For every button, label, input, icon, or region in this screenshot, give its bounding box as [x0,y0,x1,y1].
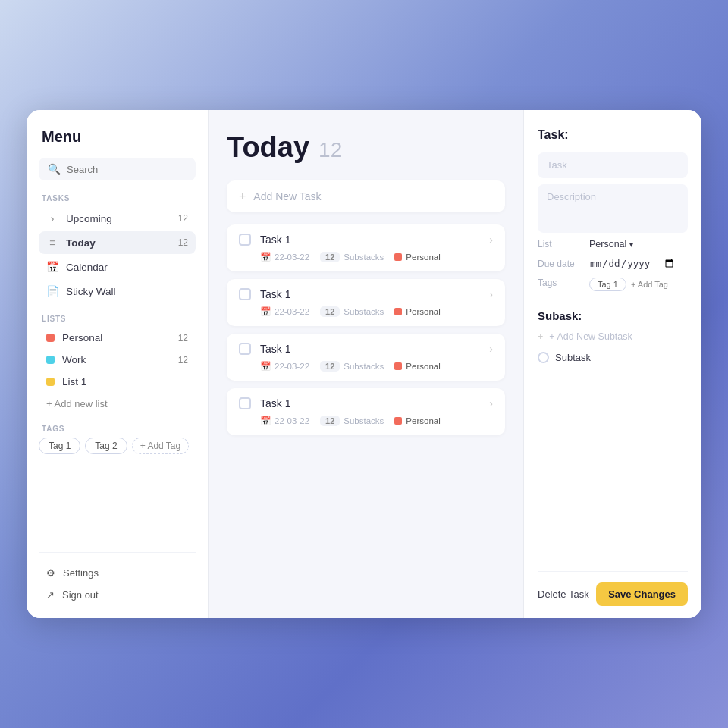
settings-icon: ⚙ [46,567,55,579]
task-list-tag-3: Personal [394,362,440,371]
list-label-personal: Personal [62,332,102,344]
task-list-tag-2: Personal [394,307,440,316]
tag-chip-1[interactable]: Tag 1 [39,438,80,454]
add-task-row[interactable]: + Add New Task [227,180,505,212]
today-count: 12 [178,237,188,248]
list-item-personal[interactable]: Personal 12 [39,328,196,348]
work-count: 12 [178,355,188,366]
panel-add-tag-button[interactable]: + Add Tag [631,280,668,289]
tags-section: TAGS Tag 1 Tag 2 + Add Tag [39,425,196,454]
personal-count: 12 [178,333,188,344]
save-changes-button[interactable]: Save Changes [596,582,688,606]
dropdown-arrow-icon: ▾ [629,240,633,249]
task-substacks-4: 12 Substacks [320,416,384,426]
panel-actions: Delete Task Save Changes [538,571,688,606]
add-subtask-button[interactable]: + + Add New Subtask [538,330,688,344]
sidebar-item-label-sticky: Sticky Wall [66,286,116,297]
add-task-label: Add New Task [253,190,321,202]
sidebar-title: Menu [39,128,196,146]
sidebar-item-label-calendar: Calendar [66,262,108,273]
task-name-1: Task 1 [260,234,480,246]
panel-tags-row: Tag 1 + Add Tag [589,278,668,291]
search-box[interactable]: 🔍 [39,158,196,180]
sidebar-item-today[interactable]: ≡ Today 12 [39,231,196,254]
search-input[interactable] [67,164,187,175]
search-icon: 🔍 [48,163,61,175]
sidebar-item-calendar[interactable]: 📅 Calendar [39,256,196,278]
due-date-input[interactable] [589,257,676,270]
page-title: Today [227,131,309,164]
task-card-2[interactable]: Task 1 › 📅 22-03-22 12 Substacks Persona… [227,279,505,326]
lists-section: LISTS Personal 12 Work 12 List 1 + Add n… [39,315,196,414]
task-card-3[interactable]: Task 1 › 📅 22-03-22 12 Substacks Persona… [227,334,505,381]
signout-label: Sign out [62,589,99,601]
task-description-placeholder: Description [547,191,596,202]
task-name-placeholder: Task [547,159,567,171]
add-list-button[interactable]: + Add new list [39,394,196,414]
today-icon: ≡ [46,237,58,249]
list-meta-label: List [538,239,589,249]
task-name-3: Task 1 [260,343,480,355]
calendar-meta-icon-1: 📅 [260,252,271,262]
task-date-4: 📅 22-03-22 [260,416,309,426]
calendar-meta-icon-4: 📅 [260,416,271,426]
task-list-tag-1: Personal [394,253,440,262]
task-checkbox-2[interactable] [239,288,251,300]
list-item-work[interactable]: Work 12 [39,350,196,370]
task-chevron-icon-4: › [489,397,493,410]
work-dot [46,356,55,364]
upcoming-count: 12 [178,213,188,224]
due-date-meta-row: Due date [538,257,688,270]
lists-section-label: LISTS [39,315,196,323]
sidebar-item-label-upcoming: Upcoming [66,213,112,224]
tags-row: Tag 1 Tag 2 + Add Tag [39,438,196,454]
task-name-field[interactable]: Task [538,152,688,178]
task-date-2: 📅 22-03-22 [260,306,309,317]
task-date-1: 📅 22-03-22 [260,252,309,262]
signout-icon: ↗ [46,589,55,601]
task-card-4[interactable]: Task 1 › 📅 22-03-22 12 Substacks Persona… [227,388,505,435]
list-meta-value[interactable]: Personal ▾ [589,239,633,249]
task-substacks-3: 12 Substacks [320,361,384,372]
list1-dot [46,378,55,386]
tags-meta-label: Tags [538,278,589,288]
panel-tag-chip-1[interactable]: Tag 1 [589,278,626,291]
add-tag-button[interactable]: + Add Tag [132,438,190,454]
task-substacks-1: 12 Substacks [320,252,384,262]
subtask-checkbox-1[interactable] [538,352,549,363]
task-checkbox-4[interactable] [239,397,251,410]
task-chevron-icon-1: › [489,234,493,246]
task-chevron-icon-2: › [489,288,493,300]
task-card-1[interactable]: Task 1 › 📅 22-03-22 12 Substacks Persona… [227,224,505,271]
task-substacks-2: 12 Substacks [320,306,384,317]
right-panel: Task: Task Description List Personal ▾ D… [523,110,701,618]
sidebar: Menu 🔍 TASKS › Upcoming 12 ≡ Today 12 📅 … [27,110,209,618]
task-description-field[interactable]: Description [538,184,688,233]
add-list-label: + Add new list [46,398,108,410]
due-date-meta-label: Due date [538,259,589,269]
task-checkbox-3[interactable] [239,343,251,355]
settings-button[interactable]: ⚙ Settings [39,562,196,584]
upcoming-icon: › [46,212,58,224]
sidebar-item-sticky[interactable]: 📄 Sticky Wall [39,280,196,303]
subtask-label-1: Subtask [555,352,591,363]
signout-button[interactable]: ↗ Sign out [39,584,196,606]
sidebar-item-label-today: Today [66,237,96,249]
due-date-meta-value[interactable] [589,257,676,270]
sidebar-bottom: ⚙ Settings ↗ Sign out [39,552,196,606]
delete-task-button[interactable]: Delete Task [538,588,589,600]
sidebar-item-upcoming[interactable]: › Upcoming 12 [39,207,196,230]
add-subtask-label: + Add New Subtask [549,331,632,342]
task-chevron-icon-3: › [489,343,493,355]
main-header: Today 12 [227,131,505,164]
list-item-list1[interactable]: List 1 [39,372,196,392]
settings-label: Settings [63,567,99,579]
task-checkbox-1[interactable] [239,234,251,246]
tags-meta-row: Tags Tag 1 + Add Tag [538,278,688,291]
personal-dot [46,334,55,342]
calendar-icon: 📅 [46,261,58,273]
tag-chip-2[interactable]: Tag 2 [85,438,127,454]
task-name-2: Task 1 [260,288,480,300]
list-meta-row: List Personal ▾ [538,239,688,249]
subtask-row-1: Subtask [538,350,688,366]
